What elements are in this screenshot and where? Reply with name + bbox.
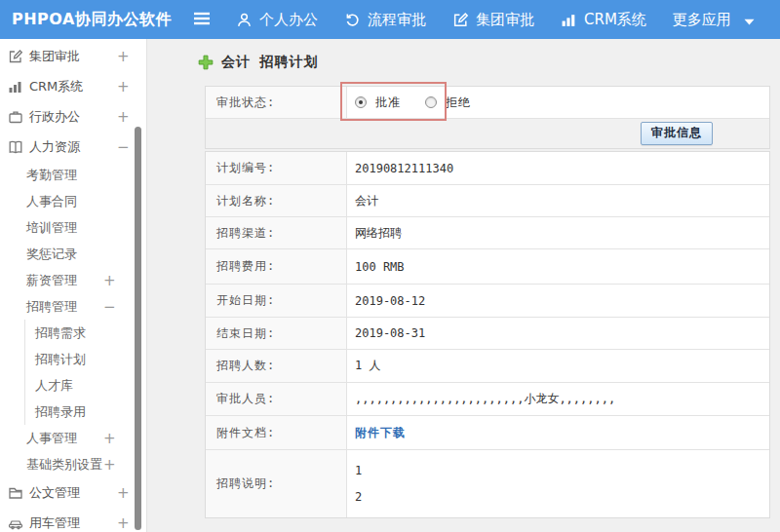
book-icon: [8, 139, 23, 155]
main-content: 会计 招聘计划 审批状态: 批准 拒绝 审批信息 计划编号: 201908121…: [148, 39, 780, 532]
sidebar-item-vehicles[interactable]: 用车管理 +: [0, 508, 146, 532]
sidebar-item-salary[interactable]: 薪资管理 +: [0, 267, 146, 293]
field-value: 20190812111340: [347, 152, 769, 184]
approval-status-panel: 审批状态: 批准 拒绝 审批信息: [205, 86, 770, 149]
sidebar-item-recruit-demand[interactable]: 招聘需求: [24, 320, 146, 346]
expand-toggle[interactable]: +: [117, 485, 130, 500]
folder-icon: [8, 485, 23, 501]
sidebar-item-label: 人事管理: [26, 430, 77, 447]
sidebar-item-admin-office[interactable]: 行政办公 +: [0, 101, 146, 132]
field-row-plan-name: 计划名称: 会计: [206, 184, 769, 216]
nav-menu: 个人办公 流程审批 集团审批 CRM系统 更多应用: [236, 11, 755, 29]
field-label: 计划名称:: [206, 185, 347, 216]
field-row-description: 招聘说明: 1 2: [206, 449, 769, 517]
expand-toggle[interactable]: +: [117, 49, 130, 63]
field-label: 计划编号:: [206, 152, 347, 184]
page-title: 会计 招聘计划: [221, 54, 318, 71]
sidebar-item-crm-system[interactable]: CRM系统 +: [0, 71, 146, 101]
nav-item-group-approval[interactable]: 集团审批: [452, 11, 534, 29]
field-value: 1 2: [347, 450, 769, 517]
sidebar-item-recruit-hire[interactable]: 招聘录用: [24, 399, 146, 425]
sidebar-item-talent-pool[interactable]: 人才库: [24, 372, 146, 399]
field-value: ,,,,,,,,,,,,,,,,,,,,,,,,小龙女,,,,,,,,: [347, 383, 769, 415]
expand-toggle[interactable]: +: [103, 457, 116, 472]
bar-chart-icon: [8, 79, 23, 95]
sidebar-item-rewards[interactable]: 奖惩记录: [0, 241, 146, 267]
expand-toggle[interactable]: +: [103, 273, 116, 287]
sidebar-item-base-category[interactable]: 基础类别设置 +: [0, 451, 146, 477]
reject-radio-label[interactable]: 拒绝: [446, 95, 471, 111]
edit-square-icon: [8, 49, 23, 64]
user-icon: [236, 12, 253, 28]
attachment-download-link[interactable]: 附件下载: [355, 425, 406, 441]
sidebar-item-recruit-plan[interactable]: 招聘计划: [24, 346, 146, 372]
briefcase-icon: [8, 109, 23, 125]
approval-status-radiogroup: 批准 拒绝: [347, 87, 769, 118]
field-value: 网络招聘: [347, 217, 769, 248]
expand-toggle[interactable]: +: [103, 431, 116, 445]
sidebar-item-label: CRM系统: [29, 78, 83, 95]
field-row-approvers: 审批人员: ,,,,,,,,,,,,,,,,,,,,,,,,小龙女,,,,,,,…: [206, 382, 769, 415]
approve-radio-label[interactable]: 批准: [375, 95, 401, 111]
expand-toggle[interactable]: +: [117, 109, 130, 124]
field-row-headcount: 招聘人数: 1 人: [206, 349, 769, 382]
sidebar-item-documents[interactable]: 公文管理 +: [0, 477, 146, 508]
expand-toggle[interactable]: −: [103, 299, 116, 314]
sidebar-item-hr-contracts[interactable]: 人事合同: [0, 188, 146, 214]
field-label: 附件文档:: [206, 416, 347, 449]
sidebar-item-group-approval[interactable]: 集团审批 +: [0, 41, 146, 71]
approval-info-button[interactable]: 审批信息: [641, 122, 713, 145]
field-label: 审批人员:: [206, 383, 347, 415]
caret-down-icon[interactable]: [744, 11, 755, 29]
expand-toggle[interactable]: +: [117, 79, 130, 94]
sidebar-item-label: 公文管理: [29, 484, 80, 502]
sidebar-item-label: 招聘需求: [35, 324, 86, 342]
sidebar-item-training[interactable]: 培训管理: [0, 214, 146, 241]
edit-square-icon: [452, 12, 469, 28]
description-line: 1: [355, 464, 362, 477]
field-value: 2019-08-12: [347, 285, 769, 317]
sidebar: 集团审批 + CRM系统 + 行政办公 + 人力资源 − 考勤管理 人事合同 培…: [0, 39, 147, 532]
field-label: 开始日期:: [206, 285, 347, 317]
nav-item-crm-system[interactable]: CRM系统: [561, 11, 646, 29]
sidebar-item-human-resources[interactable]: 人力资源 −: [0, 132, 146, 162]
sidebar-item-personnel-mgmt[interactable]: 人事管理 +: [0, 425, 146, 451]
nav-item-label: 流程审批: [368, 11, 426, 29]
nav-item-personal-office[interactable]: 个人办公: [236, 11, 318, 29]
field-row-end-date: 结束日期: 2019-08-31: [206, 317, 769, 349]
sidebar-item-label: 人力资源: [29, 138, 80, 156]
radio-group: 批准 拒绝: [355, 95, 487, 111]
field-label: 招聘渠道:: [206, 217, 347, 248]
field-value: 附件下载: [347, 416, 769, 449]
nav-item-more-apps[interactable]: 更多应用: [673, 11, 731, 29]
page-header: 会计 招聘计划: [198, 54, 318, 71]
sidebar-item-recruit-mgmt[interactable]: 招聘管理 −: [0, 293, 146, 320]
approval-status-row: 审批状态: 批准 拒绝: [206, 87, 769, 118]
nav-item-label: 个人办公: [259, 11, 318, 29]
field-label: 结束日期:: [206, 318, 347, 349]
field-row-start-date: 开始日期: 2019-08-12: [206, 284, 769, 317]
sidebar-item-label: 薪资管理: [26, 272, 77, 289]
hamburger-menu-button[interactable]: [191, 0, 213, 39]
process-history-icon: [344, 12, 361, 28]
nav-item-label: CRM系统: [584, 11, 646, 29]
sidebar-item-label: 招聘计划: [35, 351, 86, 368]
sidebar-item-label: 考勤管理: [26, 167, 77, 184]
expand-toggle[interactable]: −: [117, 139, 130, 154]
field-label: 招聘人数:: [206, 350, 347, 382]
sidebar-scrollbar-thumb[interactable]: [135, 127, 141, 530]
field-value: 会计: [347, 185, 769, 216]
field-value: 2019-08-31: [347, 318, 769, 349]
nav-item-process-approval[interactable]: 流程审批: [344, 11, 426, 29]
field-row-plan-number: 计划编号: 20190812111340: [206, 152, 769, 184]
actions-row: 审批信息: [206, 118, 769, 148]
field-value: 100 RMB: [347, 249, 769, 284]
reject-radio[interactable]: [425, 96, 437, 108]
approve-radio[interactable]: [355, 96, 367, 108]
app-logo: PHPOA协同办公软件: [0, 10, 191, 30]
sidebar-item-attendance[interactable]: 考勤管理: [0, 162, 146, 188]
expand-toggle[interactable]: +: [117, 515, 130, 530]
sidebar-item-label: 奖惩记录: [26, 246, 77, 263]
car-icon: [8, 515, 23, 531]
top-navbar: PHPOA协同办公软件 个人办公 流程审批 集团审批: [0, 0, 780, 39]
